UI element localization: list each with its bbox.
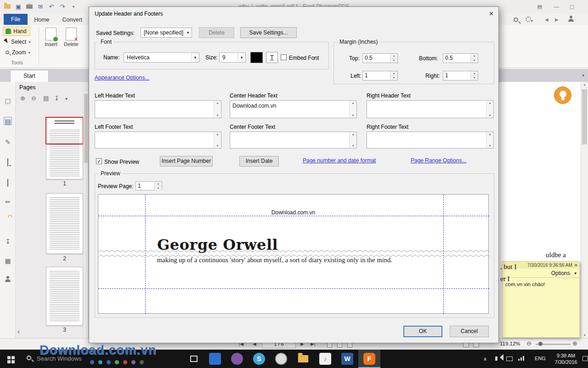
taskbar-app-word[interactable]: W	[336, 350, 358, 368]
appearance-options-link[interactable]: Appearance Options...	[95, 75, 149, 81]
zoom-in-icon[interactable]: ⊕	[572, 340, 577, 347]
export-icon[interactable]: ↧	[4, 237, 12, 246]
undo-icon[interactable]: ↶	[48, 3, 55, 10]
search-icon[interactable]	[514, 17, 518, 22]
previous-view-icon[interactable]: ◀	[545, 17, 548, 22]
zoom-tool-button[interactable]: Zoom ▾	[3, 48, 34, 57]
margin-right-input[interactable]: 1 ▴▾	[443, 71, 478, 80]
scroll-down-icon[interactable]: ▾	[214, 114, 221, 117]
scroll-up-icon[interactable]: ▴	[486, 132, 493, 136]
cancel-button[interactable]: Cancel	[450, 326, 489, 337]
margin-right-spinner[interactable]: ▴▾	[470, 71, 478, 80]
network-icon[interactable]	[518, 356, 524, 361]
delete-pages-button[interactable]: Delete	[62, 27, 81, 47]
annotate-icon[interactable]: ✎	[4, 138, 12, 146]
ribbon-display-icon[interactable]: ▤	[534, 2, 546, 11]
action-center-icon[interactable]	[582, 356, 588, 361]
scroll-up-icon[interactable]: ▴	[350, 101, 356, 105]
panel-collapse-icon[interactable]: ‹	[17, 328, 20, 336]
spin-up-icon[interactable]: ▴	[390, 54, 397, 58]
scroll-down-icon[interactable]: ▾	[486, 144, 493, 148]
taskbar-app-foxit[interactable]: F	[358, 350, 380, 368]
sticky-note-popup[interactable]: 7/30/2016 9:36:56 AM ✕ Options ▾ com.vn …	[502, 261, 580, 338]
right-header-textarea[interactable]: ▴▾	[367, 100, 494, 118]
pages-panel-icon[interactable]: ▤	[4, 117, 12, 125]
spin-up-icon[interactable]: ▴	[471, 71, 478, 76]
thumbnails-icon[interactable]: ▢	[4, 97, 12, 105]
tray-expand-icon[interactable]: ∧	[483, 356, 487, 362]
left-footer-textarea[interactable]: ▴▾	[95, 132, 221, 149]
zoom-slider-thumb[interactable]	[538, 342, 543, 346]
vertical-scrollbar[interactable]: ▴ ▾	[581, 82, 588, 338]
next-view-icon[interactable]: ▶	[555, 17, 559, 22]
font-name-dropdown[interactable]: Helvetica ▾	[124, 52, 199, 63]
taskbar-app-skype[interactable]: S	[248, 350, 270, 368]
user-account-icon[interactable]	[568, 16, 574, 22]
pages-scrollbar[interactable]	[83, 91, 88, 338]
spin-up-icon[interactable]: ▴	[390, 71, 397, 76]
hand-tool-button[interactable]: Hand	[3, 27, 30, 36]
options-dropdown-icon[interactable]: ▾	[574, 271, 577, 276]
spin-down-icon[interactable]: ▾	[471, 58, 478, 63]
preview-page-input[interactable]: 1 ▴▾	[136, 181, 162, 190]
language-indicator[interactable]: ENG	[535, 356, 546, 361]
show-preview-checkbox[interactable]: ✓	[96, 158, 102, 164]
panel-export-icon[interactable]: ↧	[54, 95, 59, 102]
tab-home[interactable]: Home	[28, 15, 56, 25]
scrollbar-thumb[interactable]	[582, 89, 587, 144]
center-header-textarea[interactable]: Download.com.vn ▴▾	[230, 100, 357, 118]
textarea-scrollbar[interactable]: ▴▾	[349, 101, 356, 118]
mail-icon[interactable]: ✉	[37, 3, 44, 10]
spin-up-icon[interactable]: ▴	[471, 54, 478, 58]
scroll-down-icon[interactable]: ▾	[214, 144, 221, 148]
textarea-scrollbar[interactable]: ▴▾	[349, 132, 356, 148]
select-tool-button[interactable]: Select ▾	[3, 37, 36, 46]
page-number-format-link[interactable]: Page number and date format	[303, 157, 376, 164]
scroll-up-icon[interactable]: ▴	[350, 132, 356, 136]
open-folder-icon[interactable]	[4, 3, 11, 10]
margin-top-input[interactable]: 0.5 ▴▾	[362, 53, 398, 63]
volume-icon[interactable]	[495, 356, 498, 361]
sticky-note-close-icon[interactable]: ✕	[574, 262, 578, 269]
saved-settings-dropdown[interactable]: [None specified] ▾	[141, 28, 192, 38]
margin-left-spinner[interactable]: ▴▾	[390, 71, 397, 80]
scroll-up-icon[interactable]: ▴	[214, 132, 221, 136]
form-fields-icon[interactable]: ✏	[4, 198, 12, 206]
comments-icon[interactable]	[4, 158, 12, 167]
textarea-scrollbar[interactable]: ▴▾	[486, 101, 493, 118]
left-header-textarea[interactable]: ▴▾	[95, 100, 221, 118]
layers-grid-icon[interactable]: ▦	[4, 257, 12, 265]
pages-scrollbar-thumb[interactable]	[84, 94, 88, 163]
spin-up-icon[interactable]: ▴	[155, 182, 162, 186]
sticky-note-body[interactable]: com.vn xin chào!	[503, 278, 579, 291]
spin-down-icon[interactable]: ▾	[390, 76, 397, 80]
redo-icon[interactable]: ↷	[59, 3, 66, 10]
margin-bottom-spinner[interactable]: ▴▾	[470, 54, 478, 63]
taskbar-file-explorer[interactable]	[292, 350, 314, 368]
ok-button[interactable]: OK	[403, 326, 442, 337]
margin-left-input[interactable]: 1 ▴▾	[362, 71, 398, 80]
tab-list-dropdown-icon[interactable]: ▾	[582, 73, 584, 78]
right-footer-textarea[interactable]: ▴▾	[367, 132, 494, 149]
scroll-down-icon[interactable]: ▾	[486, 114, 493, 117]
taskbar-app-window[interactable]	[204, 350, 226, 368]
margin-bottom-input[interactable]: 0.5 ▴▾	[443, 53, 478, 63]
center-footer-textarea[interactable]: ▴▾	[230, 132, 357, 149]
page-view-indicator[interactable]	[45, 117, 84, 144]
spin-down-icon[interactable]: ▾	[155, 186, 162, 190]
embed-font-checkbox[interactable]	[281, 54, 287, 60]
insert-date-button[interactable]: Insert Date	[239, 156, 279, 167]
panel-menu-icon[interactable]: ▾	[65, 96, 68, 101]
delete-settings-button[interactable]: Delete	[199, 27, 234, 38]
maximize-button[interactable]: ▢	[566, 2, 578, 11]
keyboard-icon[interactable]	[506, 356, 513, 361]
spin-down-icon[interactable]: ▾	[471, 76, 478, 80]
tab-file[interactable]: File	[4, 14, 28, 25]
panel-pages-icon[interactable]: ▤	[43, 95, 49, 102]
start-button[interactable]	[0, 350, 22, 368]
underline-style-button[interactable]: T	[266, 52, 278, 63]
scroll-down-icon[interactable]: ▾	[350, 144, 356, 148]
settings-gear-button[interactable]: ▾	[526, 17, 533, 23]
scroll-up-icon[interactable]: ▴	[486, 101, 493, 105]
preview-page-spinner[interactable]: ▴▾	[154, 182, 162, 190]
